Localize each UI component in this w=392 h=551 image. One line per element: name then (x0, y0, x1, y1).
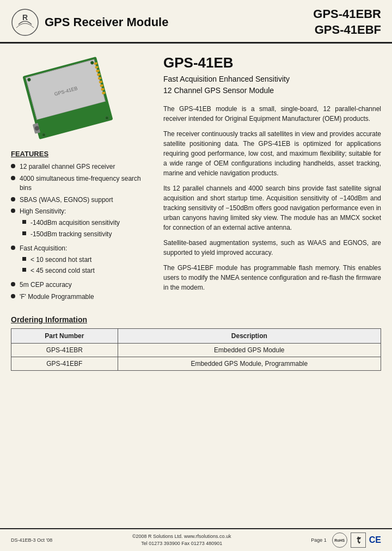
sub-bullet-icon (22, 257, 26, 261)
pcb-svg: GPS-41EB (11, 54, 125, 144)
sub-feature-text: < 10 second hot start (30, 255, 91, 265)
list-item: -140dBm acquisition sensitivity (22, 218, 120, 228)
certification-badge: RoHS (332, 532, 347, 548)
model-line1: GPS-41EBR (313, 7, 381, 22)
footer-right: RoHS CE (332, 532, 381, 548)
list-item: SBAS (WAAS, EGNOS) support (11, 195, 152, 205)
ce-mark: CE (369, 535, 381, 545)
subtitle-line2: 12 Channel GPS Sensor Module (163, 85, 381, 96)
footer-center-line1: ©2008 R Solutions Ltd. www.rfsolutions.c… (52, 533, 311, 541)
bullet-icon (11, 246, 15, 250)
feature-text: SBAS (WAAS, EGNOS) support (20, 195, 113, 205)
company-logo: R (11, 8, 39, 36)
bullet-icon (11, 209, 15, 213)
sub-feature-text: -150dBm tracking sensitivity (30, 230, 112, 239)
header-title: GPS Receiver Module (45, 15, 313, 29)
feature-text: Fast Acquisition: (20, 244, 67, 252)
footer-center-line2: Tel 01273 393900 Fax 01273 480901 (52, 540, 311, 548)
feature-text: High Sensitivity: (20, 207, 66, 215)
table-header-row: Part Number Description (11, 328, 381, 343)
page-footer: DS-41EB-3 Oct '08 ©2008 R Solutions Ltd.… (0, 528, 392, 551)
part-number-1: GPS-41EBR (11, 343, 118, 357)
bullet-icon (11, 294, 15, 298)
cert-text: RoHS (334, 538, 345, 542)
ordering-title: Ordering Information (11, 315, 381, 324)
bullet-icon (11, 282, 15, 286)
features-list: 12 parallel channel GPS receiver 4000 si… (11, 162, 152, 302)
features-title: FEATURES (11, 150, 152, 158)
svg-text:R: R (22, 13, 28, 22)
list-item: < 10 second hot start (22, 255, 95, 265)
description-para-5: The GPS-41EBF module has programmable fl… (163, 263, 381, 292)
list-item: 'F' Module Programmable (11, 292, 152, 302)
left-column: GPS-41EB FEATURES 12 parallel channel GP… (11, 54, 152, 304)
footer-center: ©2008 R Solutions Ltd. www.rfsolutions.c… (52, 533, 311, 548)
description-para-4: Satellite-based augmentation systems, su… (163, 238, 381, 258)
feature-text: 5m CEP accuracy (20, 280, 72, 290)
product-subtitle: Fast Acquisition Enhanced Sensitivity 12… (163, 74, 381, 96)
feature-text: 4000 simultaneous time-frequency search … (20, 174, 152, 193)
table-header-description: Description (118, 328, 381, 343)
list-item: High Sensitivity: -140dBm acquisition se… (11, 207, 152, 241)
list-item: 4000 simultaneous time-frequency search … (11, 174, 152, 193)
part-number-2: GPS-41EBF (11, 357, 118, 370)
description-2: Embedded GPS Module, Programmable (118, 357, 381, 370)
sub-bullet-icon (22, 268, 26, 272)
table-row: GPS-41EBF Embedded GPS Module, Programma… (11, 357, 381, 370)
logo-area: R (11, 8, 39, 36)
bullet-icon (11, 197, 15, 201)
description-1: Embedded GPS Module (118, 343, 381, 357)
bullet-icon (11, 176, 15, 180)
features-section: FEATURES 12 parallel channel GPS receive… (11, 150, 152, 302)
sub-bullet-icon (22, 231, 26, 235)
bullet-icon (11, 164, 15, 168)
product-name: GPS-41EB (163, 54, 381, 71)
ordering-table: Part Number Description GPS-41EBR Embedd… (11, 328, 381, 371)
feature-text: 'F' Module Programmable (20, 292, 94, 302)
list-item: 12 parallel channel GPS receiver (11, 162, 152, 172)
description-para-3: Its 12 parallel channels and 4000 search… (163, 183, 381, 232)
sub-list: -140dBm acquisition sensitivity -150dBm … (22, 218, 120, 239)
list-item: 5m CEP accuracy (11, 280, 152, 290)
description-para-1: The GPS-41EB module is a small, single-b… (163, 104, 381, 124)
feature-text: 12 parallel channel GPS receiver (20, 162, 115, 172)
description-para-2: The receiver continuously tracks all sat… (163, 129, 381, 178)
list-item: -150dBm tracking sensitivity (22, 230, 120, 239)
sub-list: < 10 second hot start < 45 second cold s… (22, 255, 95, 276)
table-header-part: Part Number (11, 328, 118, 343)
recycling-icon (353, 535, 364, 546)
page-header: R GPS Receiver Module GPS-41EBR GPS-41EB… (0, 0, 392, 44)
ordering-section: Ordering Information Part Number Descrip… (0, 315, 392, 371)
header-model: GPS-41EBR GPS-41EBF (313, 7, 381, 38)
table-row: GPS-41EBR Embedded GPS Module (11, 343, 381, 357)
footer-page: Page 1 (311, 537, 327, 543)
product-image: GPS-41EB (11, 54, 125, 144)
sub-feature-text: -140dBm acquisition sensitivity (30, 218, 120, 228)
list-item: < 45 second cold start (22, 266, 95, 276)
list-item: Fast Acquisition: < 10 second hot start … (11, 244, 152, 278)
model-line2: GPS-41EBF (313, 22, 381, 38)
recycling-badge (351, 532, 366, 548)
footer-left: DS-41EB-3 Oct '08 (11, 537, 52, 543)
main-content: GPS-41EB FEATURES 12 parallel channel GP… (0, 44, 392, 310)
sub-feature-text: < 45 second cold start (30, 266, 95, 276)
sub-bullet-icon (22, 220, 26, 224)
right-column: GPS-41EB Fast Acquisition Enhanced Sensi… (163, 54, 381, 304)
subtitle-line1: Fast Acquisition Enhanced Sensitivity (163, 74, 381, 85)
